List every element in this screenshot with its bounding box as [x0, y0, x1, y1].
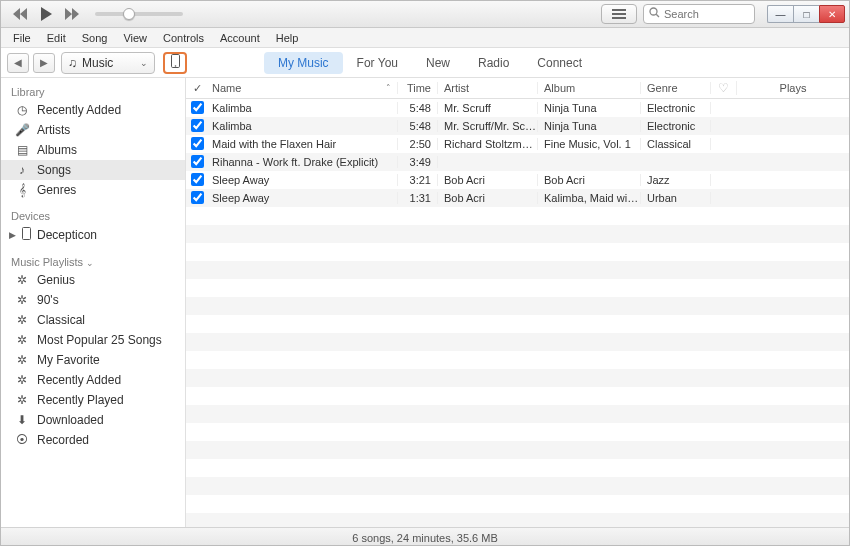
cell-album: Ninja Tuna	[538, 120, 641, 132]
prev-track-button[interactable]	[11, 5, 29, 23]
volume-knob[interactable]	[123, 8, 135, 20]
playlist-item-recently-added[interactable]: ✲Recently Added	[1, 370, 185, 390]
table-row[interactable]: Kalimba5:48Mr. ScruffNinja TunaElectroni…	[186, 99, 849, 117]
table-row	[186, 333, 849, 351]
cell-genre: Electronic	[641, 102, 711, 114]
table-row	[186, 225, 849, 243]
tab-connect[interactable]: Connect	[523, 52, 596, 74]
sidebar-item-songs[interactable]: ♪Songs	[1, 160, 185, 180]
playlist-item-label: Recently Played	[37, 393, 124, 407]
rec-icon: ⦿	[15, 433, 29, 447]
playlist-item-downloaded[interactable]: ⬇Downloaded	[1, 410, 185, 430]
playlist-item-most-popular-25-songs[interactable]: ✲Most Popular 25 Songs	[1, 330, 185, 350]
volume-slider[interactable]	[95, 12, 183, 16]
gear-icon: ✲	[15, 353, 29, 367]
table-row[interactable]: Sleep Away1:31Bob AcriKalimba, Maid with…	[186, 189, 849, 207]
col-header-album[interactable]: Album	[538, 82, 641, 94]
cell-time: 5:48	[398, 120, 438, 132]
col-header-plays[interactable]: Plays	[737, 82, 849, 94]
cell-time: 3:21	[398, 174, 438, 186]
playlist-item-recently-played[interactable]: ✲Recently Played	[1, 390, 185, 410]
cell-genre: Urban	[641, 192, 711, 204]
col-header-genre[interactable]: Genre	[641, 82, 711, 94]
search-input[interactable]	[664, 8, 744, 20]
sidebar-device-item[interactable]: ▶ Decepticon	[1, 224, 185, 246]
sidebar-item-genres[interactable]: 𝄞Genres	[1, 180, 185, 200]
sidebar: Library ◷Recently Added🎤Artists▤Albums♪S…	[1, 78, 186, 527]
playback-controls	[11, 3, 81, 25]
svg-rect-0	[612, 9, 626, 11]
search-box[interactable]	[643, 4, 755, 24]
search-icon	[649, 7, 660, 21]
col-header-artist[interactable]: Artist	[438, 82, 538, 94]
cell-name: Sleep Away	[208, 174, 398, 186]
col-header-heart[interactable]: ♡	[711, 81, 737, 95]
forward-button[interactable]: ▶	[33, 53, 55, 73]
menu-help[interactable]: Help	[268, 30, 307, 46]
cell-album: Kalimba, Maid with…	[538, 192, 641, 204]
table-row	[186, 207, 849, 225]
minimize-button[interactable]: —	[767, 5, 793, 23]
close-button[interactable]: ✕	[819, 5, 845, 23]
gear-icon: ✲	[15, 273, 29, 287]
svg-point-6	[174, 65, 176, 67]
maximize-button[interactable]: □	[793, 5, 819, 23]
device-button[interactable]	[163, 52, 187, 74]
col-header-time[interactable]: Time	[398, 82, 438, 94]
menu-controls[interactable]: Controls	[155, 30, 212, 46]
chevron-down-icon: ⌄	[86, 258, 94, 268]
playlist-item-label: Genius	[37, 273, 75, 287]
sidebar-item-albums[interactable]: ▤Albums	[1, 140, 185, 160]
tab-my-music[interactable]: My Music	[264, 52, 343, 74]
list-view-button[interactable]	[601, 4, 637, 24]
menu-song[interactable]: Song	[74, 30, 116, 46]
cell-artist: Mr. Scruff	[438, 102, 538, 114]
cell-time: 5:48	[398, 102, 438, 114]
toolbar: ◀ ▶ ♫ Music ⌄ My Music For You New Radio…	[1, 48, 849, 78]
playlist-item-label: 90's	[37, 293, 59, 307]
next-track-button[interactable]	[63, 5, 81, 23]
playlist-item-classical[interactable]: ✲Classical	[1, 310, 185, 330]
menu-view[interactable]: View	[115, 30, 155, 46]
sidebar-item-artists[interactable]: 🎤Artists	[1, 120, 185, 140]
media-type-select[interactable]: ♫ Music ⌄	[61, 52, 155, 74]
svg-line-4	[656, 14, 659, 17]
row-checkbox[interactable]	[186, 137, 208, 152]
row-checkbox[interactable]	[186, 173, 208, 188]
menubar: File Edit Song View Controls Account Hel…	[1, 28, 849, 48]
playlist-item-recorded[interactable]: ⦿Recorded	[1, 430, 185, 450]
tab-new[interactable]: New	[412, 52, 464, 74]
sidebar-item-recently-added[interactable]: ◷Recently Added	[1, 100, 185, 120]
playlist-item-my-favorite[interactable]: ✲My Favorite	[1, 350, 185, 370]
tab-radio[interactable]: Radio	[464, 52, 523, 74]
playlist-item-label: Downloaded	[37, 413, 104, 427]
phone-icon	[22, 227, 31, 243]
svg-rect-7	[23, 228, 31, 240]
media-select-label: Music	[82, 56, 113, 70]
table-row[interactable]: Kalimba5:48Mr. Scruff/Mr. ScruffNinja Tu…	[186, 117, 849, 135]
table-row	[186, 279, 849, 297]
download-icon: ⬇	[15, 413, 29, 427]
play-button[interactable]	[35, 3, 57, 25]
playlist-item-genius[interactable]: ✲Genius	[1, 270, 185, 290]
col-header-name[interactable]: Name˄	[208, 82, 398, 94]
row-checkbox[interactable]	[186, 155, 208, 170]
table-row	[186, 387, 849, 405]
row-checkbox[interactable]	[186, 191, 208, 206]
sidebar-playlists-header: Music Playlists ⌄	[1, 252, 185, 270]
menu-account[interactable]: Account	[212, 30, 268, 46]
playlist-item-90-s[interactable]: ✲90's	[1, 290, 185, 310]
table-row[interactable]: Rihanna - Work ft. Drake (Explicit)3:49	[186, 153, 849, 171]
menu-edit[interactable]: Edit	[39, 30, 74, 46]
row-checkbox[interactable]	[186, 119, 208, 134]
col-header-check[interactable]: ✓	[186, 82, 208, 95]
tab-for-you[interactable]: For You	[343, 52, 412, 74]
back-button[interactable]: ◀	[7, 53, 29, 73]
menu-file[interactable]: File	[5, 30, 39, 46]
titlebar: — □ ✕	[1, 1, 849, 28]
gear-icon: ✲	[15, 333, 29, 347]
table-row[interactable]: Sleep Away3:21Bob AcriBob AcriJazz	[186, 171, 849, 189]
table-row[interactable]: Maid with the Flaxen Hair2:50Richard Sto…	[186, 135, 849, 153]
row-checkbox[interactable]	[186, 101, 208, 116]
table-row	[186, 441, 849, 459]
